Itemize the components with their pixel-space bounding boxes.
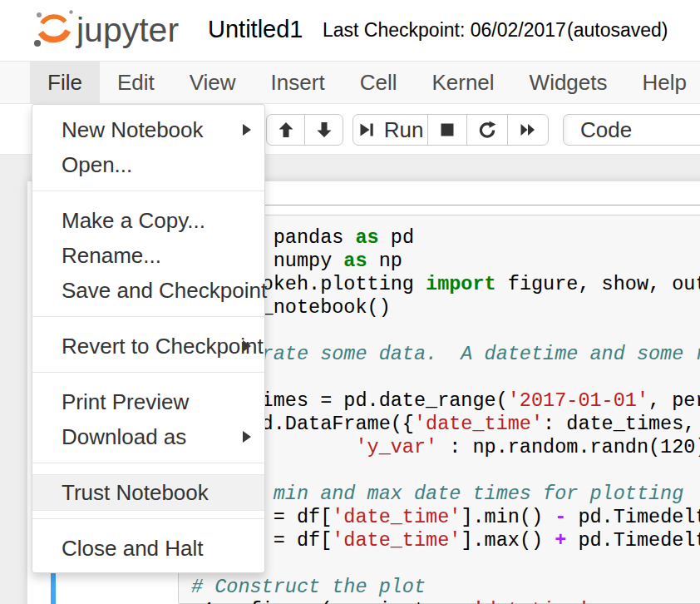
- file-menu-item-close-and-halt[interactable]: Close and Halt: [32, 531, 264, 566]
- file-menu-item-trust-notebook[interactable]: Trust Notebook: [32, 475, 264, 510]
- move-cell-button-group: [266, 114, 343, 146]
- file-menu-item-new-notebook[interactable]: New Notebook: [32, 112, 264, 147]
- move-cell-down-button[interactable]: [304, 114, 343, 146]
- menu-item-label: Make a Copy...: [62, 208, 205, 234]
- restart-kernel-button[interactable]: [466, 114, 508, 146]
- menubar-item-widgets[interactable]: Widgets: [512, 62, 625, 103]
- menu-item-label: Print Preview: [62, 389, 189, 415]
- jupyter-wordmark: jupyter: [76, 11, 179, 50]
- menu-item-label: Open...: [62, 152, 132, 178]
- menu-item-label: New Notebook: [62, 117, 204, 143]
- file-menu: New NotebookOpen...Make a Copy...Rename.…: [32, 104, 265, 573]
- file-menu-item-download-as[interactable]: Download as: [32, 419, 264, 454]
- move-cell-up-button[interactable]: [266, 114, 305, 146]
- down-arrow-icon: [315, 121, 333, 139]
- menubar-item-help[interactable]: Help: [625, 62, 700, 103]
- autosaved-label: (autosaved): [567, 19, 668, 42]
- menu-divider: [32, 372, 264, 373]
- menubar: FileEditViewInsertCellKernelWidgetsHelp: [0, 61, 700, 104]
- menu-divider: [32, 316, 264, 317]
- menu-item-label: Download as: [62, 424, 186, 450]
- menu-item-label: Rename...: [62, 243, 161, 269]
- interrupt-kernel-button[interactable]: [427, 114, 467, 146]
- submenu-caret-icon: [243, 124, 251, 136]
- jupyter-logo-icon[interactable]: [32, 6, 76, 51]
- fast-forward-icon: [519, 121, 537, 139]
- cell-type-select[interactable]: Code: [563, 114, 700, 146]
- menubar-item-kernel[interactable]: Kernel: [414, 62, 511, 103]
- file-menu-item-revert-to-checkpoint[interactable]: Revert to Checkpoint: [32, 329, 264, 364]
- restart-run-all-button[interactable]: [507, 114, 549, 146]
- menubar-item-edit[interactable]: Edit: [100, 62, 172, 103]
- file-menu-item-save-and-checkpoint[interactable]: Save and Checkpoint: [32, 273, 264, 308]
- submenu-caret-icon: [243, 340, 251, 352]
- cell-type-value: Code: [580, 117, 632, 143]
- menu-item-label: Save and Checkpoint: [62, 278, 267, 304]
- menubar-item-view[interactable]: View: [172, 62, 254, 103]
- menubar-item-file[interactable]: File: [30, 62, 100, 103]
- menu-divider: [32, 191, 264, 191]
- file-menu-item-open[interactable]: Open...: [32, 147, 264, 182]
- step-forward-icon: [357, 121, 376, 139]
- file-menu-item-make-a-copy[interactable]: Make a Copy...: [32, 203, 264, 238]
- menu-item-label: Trust Notebook: [62, 480, 209, 506]
- run-button-group: Run: [352, 114, 549, 146]
- notebook-header: jupyter Untitled1 Last Checkpoint: 06/02…: [0, 0, 700, 61]
- menu-item-label: Close and Halt: [62, 536, 204, 562]
- menubar-item-cell[interactable]: Cell: [343, 62, 415, 103]
- stop-icon: [438, 121, 456, 139]
- menubar-item-insert[interactable]: Insert: [254, 62, 343, 103]
- run-button-label: Run: [384, 117, 424, 143]
- menu-item-label: Revert to Checkpoint: [62, 334, 264, 359]
- last-checkpoint-label: Last Checkpoint: 06/02/2017: [323, 19, 566, 42]
- up-arrow-icon: [277, 121, 295, 139]
- submenu-caret-icon: [243, 431, 251, 443]
- run-button[interactable]: Run: [352, 114, 428, 146]
- file-menu-item-print-preview[interactable]: Print Preview: [32, 384, 264, 419]
- menu-divider: [32, 518, 264, 519]
- file-menu-item-rename[interactable]: Rename...: [32, 238, 264, 273]
- notebook-title[interactable]: Untitled1: [208, 16, 303, 43]
- menu-divider: [32, 463, 264, 463]
- restart-icon: [478, 121, 496, 139]
